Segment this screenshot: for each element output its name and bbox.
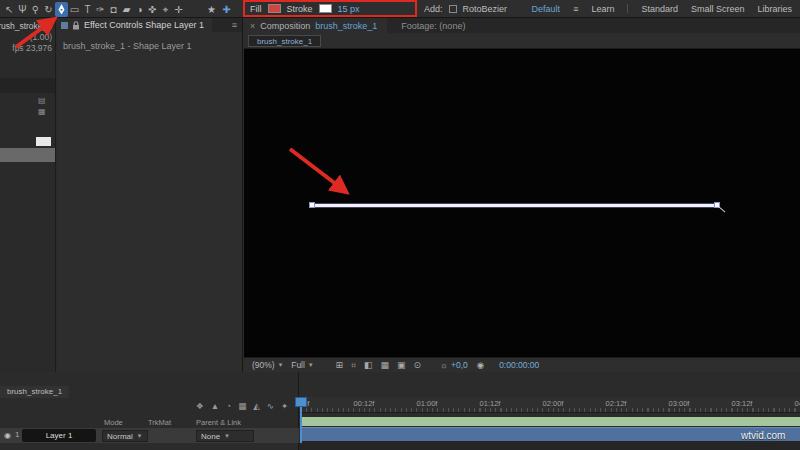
camera-tool-icon[interactable]: ⌖ <box>159 2 172 17</box>
brainstorm-icon[interactable]: ✦ <box>281 401 288 411</box>
playhead-handle[interactable] <box>295 397 307 407</box>
chevron-down-icon: ▾ <box>225 432 229 440</box>
graph-editor-icon[interactable]: ∿ <box>267 401 274 411</box>
current-time-display[interactable]: 0:00:00:00 <box>499 360 539 370</box>
selection-tool-icon[interactable]: ↖ <box>3 2 16 17</box>
shape-tool-icon[interactable]: ▭ <box>68 2 81 17</box>
path-vertex-left[interactable] <box>309 202 315 208</box>
ruler-label: 03:00f <box>669 399 690 408</box>
hide-shy-layers-icon[interactable]: ◔ <box>226 401 231 411</box>
motion-blur-icon[interactable]: ◭ <box>253 401 260 411</box>
effect-controls-tabbar: Effect Controls Shape Layer 1 <box>57 18 242 32</box>
stroke-width-value[interactable]: 15 px <box>338 4 360 14</box>
workspace-item-standard[interactable]: Standard <box>641 4 678 14</box>
workspace-item-small-screen[interactable]: Small Screen <box>691 4 745 14</box>
type-tool-icon[interactable]: T <box>81 2 94 17</box>
pixel-aspect-icon[interactable]: ▣ <box>397 360 406 371</box>
pan-behind-tool-icon[interactable]: ✛ <box>172 2 185 17</box>
fill-color-swatch[interactable] <box>268 4 281 13</box>
chevron-down-icon: ▾ <box>138 432 142 440</box>
eraser-tool-icon[interactable]: ▰ <box>120 2 133 17</box>
magnification-value: (90%) <box>252 360 275 370</box>
timeline-tab[interactable]: brush_stroke_1 <box>0 386 69 398</box>
composition-tabbar: × Composition brush_stroke_1 Footage: (n… <box>244 18 800 33</box>
workspace-item-learn[interactable]: Learn <box>591 4 614 14</box>
composition-nav-row: brush_stroke_1 <box>244 33 800 49</box>
puppet-pin-tool-icon[interactable]: ✜ <box>146 2 159 17</box>
parent-link-dropdown[interactable]: None ▾ <box>196 430 254 442</box>
rotation-tool-icon[interactable]: ↻ <box>42 2 55 17</box>
fill-label[interactable]: Fill <box>250 4 262 14</box>
after-effects-window: ↖ Ψ ⚲ ↻ ▭ T ✑ ◘ ▰ ◑ ✜ ⌖ ✛ ★ ✚ Fill Strok… <box>0 0 800 450</box>
brush-tool-icon[interactable]: ✑ <box>94 2 107 17</box>
chevron-down-icon: ▾ <box>279 361 283 369</box>
panel-icon <box>61 22 68 29</box>
resolution-dropdown[interactable]: Full ▾ <box>291 360 312 370</box>
tool-strip: ↖ Ψ ⚲ ↻ ▭ T ✑ ◘ ▰ ◑ ✜ ⌖ ✛ ★ ✚ <box>3 1 233 17</box>
stroke-label[interactable]: Stroke <box>287 4 313 14</box>
snapshot-icon[interactable]: ◉ <box>477 360 484 370</box>
footage-thumbnail[interactable] <box>36 137 51 146</box>
roto-brush-tool-icon[interactable]: ◑ <box>133 2 146 17</box>
fill-stroke-controls: Fill Stroke 15 px <box>250 0 360 17</box>
grid-guides-icon[interactable]: ⊞ <box>335 360 343 371</box>
ruler-label: 01:00f <box>417 399 438 408</box>
zoom-tool-icon[interactable]: ⚲ <box>29 2 42 17</box>
exposure-value: +0,0 <box>451 360 468 370</box>
ruler-label: 00:12f <box>354 399 375 408</box>
rotobezier-checkbox[interactable] <box>449 5 457 13</box>
ruler-label: 02:00f <box>543 399 564 408</box>
transparency-grid-icon[interactable]: ▦ <box>381 360 390 371</box>
comp-mini-flowchart-icon[interactable]: ❖ <box>196 401 204 411</box>
selected-project-item[interactable] <box>0 148 56 162</box>
time-ruler[interactable]: 0:00f 00:12f 01:00f 01:12f 02:00f 02:12f… <box>299 397 800 413</box>
timeline-lower-track <box>299 441 800 450</box>
layer-row[interactable]: ◉ 1 Layer 1 Normal ▾ None ▾ <box>0 428 299 443</box>
panel-menu-icon[interactable]: ≡ <box>232 20 237 30</box>
comp-navigator-button[interactable]: brush_stroke_1 <box>248 35 321 47</box>
viewer-options: ⊞ ⌗ ◧ ▦ ▣ ⊙ <box>335 360 421 371</box>
draft-3d-icon[interactable]: ▲ <box>211 401 219 411</box>
project-panel-strip: brush_stroke_1 ▼ (1.00) 23,976 fps ▤ ▦ <box>0 18 56 372</box>
ruler-label: 01:12f <box>480 399 501 408</box>
exposure-control[interactable]: ☼ +0,0 <box>440 360 468 370</box>
magnification-dropdown[interactable]: (90%) ▾ <box>252 360 282 370</box>
lock-icon[interactable] <box>72 21 80 30</box>
fast-previews-icon[interactable]: ⊙ <box>414 360 422 371</box>
timeline-layer-column: brush_stroke_1 ❖ ▲ ◔ ▦ ◭ ∿ ✦ Mode TrkMat… <box>0 372 299 450</box>
blend-mode-dropdown[interactable]: Normal ▾ <box>102 430 148 442</box>
chevron-down-icon: ▾ <box>309 361 313 369</box>
pen-tool-icon[interactable] <box>55 2 68 17</box>
footage-tab-label: Footage: (none) <box>401 21 465 31</box>
hand-tool-icon[interactable]: Ψ <box>16 2 29 17</box>
timeline-panel: brush_stroke_1 ❖ ▲ ◔ ▦ ◭ ∿ ✦ Mode TrkMat… <box>0 372 800 450</box>
frame-blend-icon[interactable]: ▦ <box>238 401 246 411</box>
star-icon[interactable]: ★ <box>205 2 218 17</box>
project-comp-name[interactable]: brush_stroke_1 ▼ <box>0 21 55 32</box>
workspace-menu-icon[interactable]: ≡ <box>573 4 578 14</box>
region-of-interest-icon[interactable]: ◧ <box>364 360 373 371</box>
parent-link-value: None <box>201 432 220 441</box>
ruler-label: 02:12f <box>606 399 627 408</box>
workspace-item-libraries[interactable]: Libraries <box>757 4 792 14</box>
layer-duration-bar[interactable] <box>301 427 800 441</box>
tab-footage[interactable]: Footage: (none) <box>387 18 479 33</box>
brush-stroke-path[interactable] <box>313 204 719 207</box>
resolution-value: Full <box>291 360 305 370</box>
workspace-item-default[interactable]: Default <box>532 4 561 14</box>
close-icon[interactable]: × <box>250 21 255 31</box>
rotobezier-label[interactable]: RotoBezier <box>463 4 508 14</box>
stroke-color-swatch[interactable] <box>319 4 332 13</box>
list-view-icon[interactable]: ▤ <box>38 96 46 105</box>
mask-visibility-icon[interactable]: ⌗ <box>351 360 356 371</box>
thumb-view-icon[interactable]: ▦ <box>38 107 46 116</box>
clone-stamp-tool-icon[interactable]: ◘ <box>107 2 120 17</box>
eye-icon[interactable]: ◉ <box>4 431 11 440</box>
composition-viewport[interactable] <box>244 49 800 357</box>
composition-tab-name: brush_stroke_1 <box>315 21 377 31</box>
pen-options: Add: RotoBezier <box>424 0 507 17</box>
layer-name[interactable]: Layer 1 <box>22 429 96 442</box>
snap-icon[interactable]: ✚ <box>220 2 233 17</box>
effect-controls-tab[interactable]: Effect Controls Shape Layer 1 <box>57 18 212 32</box>
tab-composition[interactable]: × Composition brush_stroke_1 <box>244 18 387 33</box>
